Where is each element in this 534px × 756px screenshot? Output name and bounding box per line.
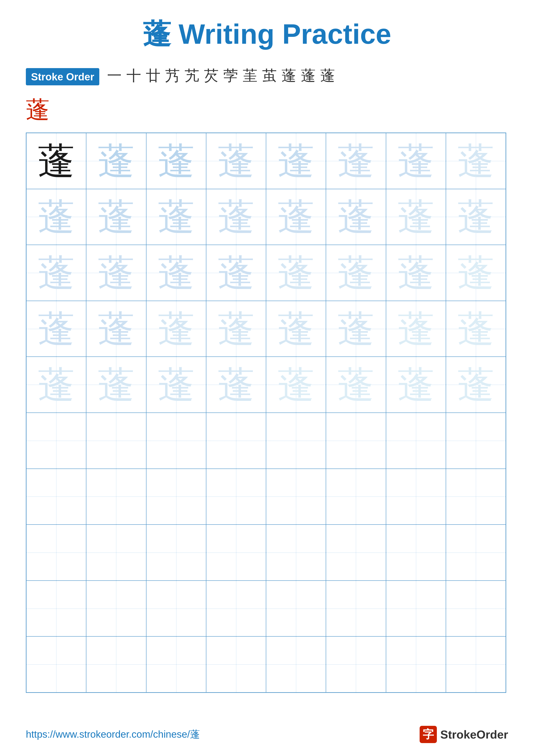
grid-cell-r9-c3[interactable] bbox=[146, 580, 206, 636]
grid-cell-r4-c3[interactable]: 蓬 bbox=[146, 301, 206, 357]
grid-cell-r3-c2[interactable]: 蓬 bbox=[86, 245, 146, 301]
grid-cell-r8-c7[interactable] bbox=[386, 525, 446, 580]
practice-char: 蓬 bbox=[278, 143, 314, 179]
grid-cell-r6-c7[interactable] bbox=[386, 413, 446, 469]
grid-cell-r7-c4[interactable] bbox=[206, 469, 266, 525]
writing-grid[interactable]: 蓬 蓬 蓬 蓬 蓬 蓬 蓬 蓬 蓬 蓬 蓬 bbox=[26, 133, 506, 693]
grid-cell-r8-c6[interactable] bbox=[326, 525, 386, 580]
grid-cell-r5-c8[interactable]: 蓬 bbox=[446, 357, 506, 413]
grid-cell-r10-c3[interactable] bbox=[146, 636, 206, 692]
grid-cell-r2-c3[interactable]: 蓬 bbox=[146, 189, 206, 245]
grid-cell-r7-c3[interactable] bbox=[146, 469, 206, 525]
grid-cell-r2-c8[interactable]: 蓬 bbox=[446, 189, 506, 245]
grid-cell-r2-c7[interactable]: 蓬 bbox=[386, 189, 446, 245]
grid-cell-r4-c5[interactable]: 蓬 bbox=[266, 301, 326, 357]
practice-char: 蓬 bbox=[38, 310, 75, 347]
grid-cell-r4-c6[interactable]: 蓬 bbox=[326, 301, 386, 357]
grid-cell-r10-c7[interactable] bbox=[386, 636, 446, 692]
grid-cell-r7-c2[interactable] bbox=[86, 469, 146, 525]
grid-cell-r5-c7[interactable]: 蓬 bbox=[386, 357, 446, 413]
practice-char: 蓬 bbox=[338, 199, 374, 235]
grid-cell-r3-c6[interactable]: 蓬 bbox=[326, 245, 386, 301]
grid-cell-r1-c2[interactable]: 蓬 bbox=[86, 133, 146, 189]
grid-cell-r7-c8[interactable] bbox=[446, 469, 506, 525]
grid-cell-r8-c8[interactable] bbox=[446, 525, 506, 580]
grid-cell-r2-c4[interactable]: 蓬 bbox=[206, 189, 266, 245]
grid-cell-r8-c3[interactable] bbox=[146, 525, 206, 580]
stroke-final-char: 蓬 bbox=[26, 94, 508, 126]
grid-cell-r1-c8[interactable]: 蓬 bbox=[446, 133, 506, 189]
grid-cell-r5-c6[interactable]: 蓬 bbox=[326, 357, 386, 413]
footer-logo-icon: 字 bbox=[420, 726, 437, 743]
grid-cell-r9-c4[interactable] bbox=[206, 580, 266, 636]
grid-cell-r9-c2[interactable] bbox=[86, 580, 146, 636]
grid-cell-r1-c3[interactable]: 蓬 bbox=[146, 133, 206, 189]
grid-cell-r9-c7[interactable] bbox=[386, 580, 446, 636]
grid-cell-r6-c8[interactable] bbox=[446, 413, 506, 469]
grid-cell-r1-c1[interactable]: 蓬 bbox=[26, 133, 86, 189]
grid-cell-r8-c1[interactable] bbox=[26, 525, 86, 580]
grid-cell-r7-c1[interactable] bbox=[26, 469, 86, 525]
practice-char: 蓬 bbox=[458, 366, 494, 403]
grid-cell-r6-c2[interactable] bbox=[86, 413, 146, 469]
grid-cell-r3-c8[interactable]: 蓬 bbox=[446, 245, 506, 301]
grid-cell-r6-c6[interactable] bbox=[326, 413, 386, 469]
grid-cell-r10-c2[interactable] bbox=[86, 636, 146, 692]
practice-char: 蓬 bbox=[398, 255, 434, 291]
practice-char: 蓬 bbox=[338, 143, 374, 179]
grid-cell-r9-c5[interactable] bbox=[266, 580, 326, 636]
grid-cell-r9-c8[interactable] bbox=[446, 580, 506, 636]
grid-cell-r3-c4[interactable]: 蓬 bbox=[206, 245, 266, 301]
grid-cell-r6-c3[interactable] bbox=[146, 413, 206, 469]
practice-char: 蓬 bbox=[98, 199, 135, 235]
practice-char: 蓬 bbox=[158, 310, 194, 347]
grid-cell-r2-c2[interactable]: 蓬 bbox=[86, 189, 146, 245]
grid-cell-r3-c1[interactable]: 蓬 bbox=[26, 245, 86, 301]
grid-cell-r5-c1[interactable]: 蓬 bbox=[26, 357, 86, 413]
grid-cell-r5-c3[interactable]: 蓬 bbox=[146, 357, 206, 413]
stroke-seq-1: 一 bbox=[107, 68, 122, 83]
grid-cell-r9-c1[interactable] bbox=[26, 580, 86, 636]
grid-cell-r10-c8[interactable] bbox=[446, 636, 506, 692]
grid-cell-r7-c7[interactable] bbox=[386, 469, 446, 525]
grid-cell-r4-c1[interactable]: 蓬 bbox=[26, 301, 86, 357]
grid-cell-r3-c3[interactable]: 蓬 bbox=[146, 245, 206, 301]
grid-cell-r4-c8[interactable]: 蓬 bbox=[446, 301, 506, 357]
grid-cell-r7-c6[interactable] bbox=[326, 469, 386, 525]
grid-cell-r9-c6[interactable] bbox=[326, 580, 386, 636]
footer-url[interactable]: https://www.strokeorder.com/chinese/蓬 bbox=[26, 728, 200, 741]
grid-cell-r5-c4[interactable]: 蓬 bbox=[206, 357, 266, 413]
practice-char: 蓬 bbox=[398, 366, 434, 403]
grid-cell-r1-c5[interactable]: 蓬 bbox=[266, 133, 326, 189]
grid-cell-r8-c4[interactable] bbox=[206, 525, 266, 580]
grid-cell-r4-c7[interactable]: 蓬 bbox=[386, 301, 446, 357]
grid-cell-r10-c5[interactable] bbox=[266, 636, 326, 692]
grid-cell-r1-c7[interactable]: 蓬 bbox=[386, 133, 446, 189]
grid-cell-r10-c4[interactable] bbox=[206, 636, 266, 692]
grid-cell-r2-c6[interactable]: 蓬 bbox=[326, 189, 386, 245]
stroke-seq-6: 芡 bbox=[204, 68, 219, 83]
grid-cell-r5-c5[interactable]: 蓬 bbox=[266, 357, 326, 413]
grid-cell-r1-c4[interactable]: 蓬 bbox=[206, 133, 266, 189]
grid-cell-r2-c5[interactable]: 蓬 bbox=[266, 189, 326, 245]
stroke-seq-4: 艿 bbox=[165, 68, 180, 83]
practice-char: 蓬 bbox=[98, 366, 135, 403]
grid-cell-r10-c1[interactable] bbox=[26, 636, 86, 692]
grid-cell-r4-c4[interactable]: 蓬 bbox=[206, 301, 266, 357]
practice-char: 蓬 bbox=[338, 310, 374, 347]
practice-char: 蓬 bbox=[38, 366, 75, 403]
grid-cell-r10-c6[interactable] bbox=[326, 636, 386, 692]
grid-cell-r2-c1[interactable]: 蓬 bbox=[26, 189, 86, 245]
grid-cell-r8-c2[interactable] bbox=[86, 525, 146, 580]
practice-char: 蓬 bbox=[158, 366, 194, 403]
grid-cell-r3-c7[interactable]: 蓬 bbox=[386, 245, 446, 301]
grid-cell-r6-c5[interactable] bbox=[266, 413, 326, 469]
grid-cell-r1-c6[interactable]: 蓬 bbox=[326, 133, 386, 189]
grid-cell-r6-c4[interactable] bbox=[206, 413, 266, 469]
grid-cell-r7-c5[interactable] bbox=[266, 469, 326, 525]
grid-cell-r5-c2[interactable]: 蓬 bbox=[86, 357, 146, 413]
grid-cell-r8-c5[interactable] bbox=[266, 525, 326, 580]
grid-cell-r3-c5[interactable]: 蓬 bbox=[266, 245, 326, 301]
grid-cell-r4-c2[interactable]: 蓬 bbox=[86, 301, 146, 357]
grid-cell-r6-c1[interactable] bbox=[26, 413, 86, 469]
